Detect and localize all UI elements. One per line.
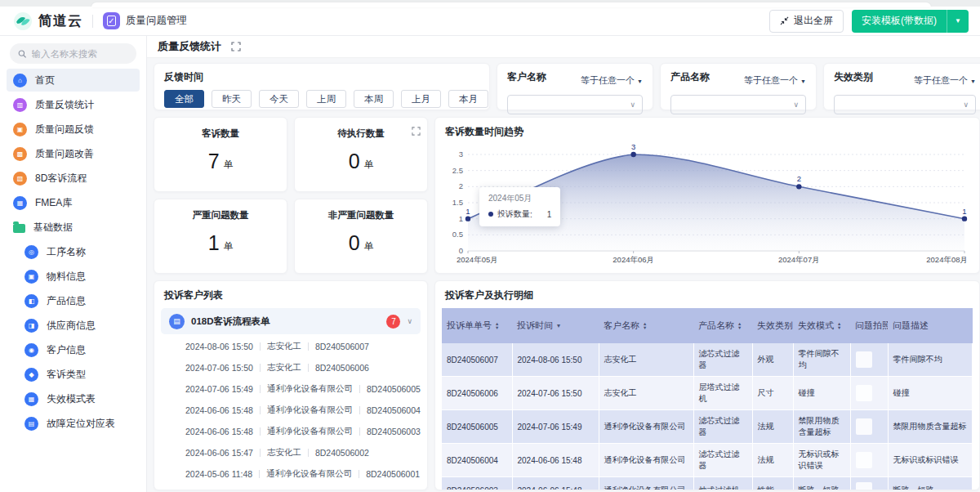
time-filter-全部[interactable]: 全部	[164, 90, 204, 108]
filter-operator[interactable]: 等于任意一个 ▼	[581, 74, 643, 87]
stat-value: 0单	[295, 140, 427, 191]
time-filter-今天[interactable]: 今天	[259, 90, 299, 108]
fullscreen-icon[interactable]	[231, 42, 241, 51]
table-row[interactable]: 8D2405060062024-07-06 15:50志安化工层塔式过滤机尺寸碰…	[442, 377, 973, 410]
sidebar-search[interactable]	[10, 43, 136, 64]
sidebar-item-quality-feedback-stats[interactable]: ▥质量反馈统计	[7, 93, 140, 116]
cell-客户名称: 通利净化设备有限公司	[599, 410, 693, 444]
table-row[interactable]: 8D2405060072024-08-06 15:50志安化工滤芯式过滤器外观零…	[442, 343, 973, 377]
column-label: 投诉单单号	[447, 320, 492, 330]
complaint-list-title: 投诉客户列表	[154, 281, 427, 306]
time-filter-本周[interactable]: 本周	[354, 90, 394, 108]
chevron-down-icon[interactable]: ∨	[407, 317, 412, 325]
column-header-问题拍照[interactable]: 问题拍照	[850, 308, 888, 343]
photo-thumbnail[interactable]	[856, 385, 872, 401]
complaint-list-item[interactable]: 2024-07-06 15:50志安化工8D240506006	[154, 357, 427, 378]
sidebar-item-process-name[interactable]: ◎工序名称	[7, 240, 140, 263]
sidebar-item-complaint-type[interactable]: ◆客诉类型	[7, 363, 140, 386]
sidebar-item-supplier-info[interactable]: ◨供应商信息	[7, 314, 140, 337]
complaint-list-item[interactable]: 2024-08-06 15:50志安化工8D240506007	[154, 336, 427, 357]
cell-产品名称: 滤芯式过滤器	[693, 343, 752, 377]
time-filter-昨天[interactable]: 昨天	[212, 90, 252, 108]
filter-failure-category-select[interactable]: ∨	[834, 95, 976, 114]
column-header-失效类别[interactable]: 失效类别▴▾	[752, 308, 793, 343]
stat-value: 7单	[154, 140, 287, 191]
sidebar-item-failure-mode-table[interactable]: ▦失效模式表	[7, 387, 140, 410]
svg-text:0.5: 0.5	[452, 230, 463, 239]
sidebar-item-home[interactable]: ⌂首页	[7, 69, 140, 92]
sidebar-item-label: 供应商信息	[47, 319, 96, 333]
sidebar-item-quality-issue-feedback[interactable]: ▣质量问题反馈	[7, 118, 140, 141]
complaint-list-item[interactable]: 2024-06-06 15:47志安化工8D240506002	[154, 442, 427, 463]
complaint-date: 2024-06-06 15:48	[185, 405, 253, 415]
sort-desc-icon[interactable]: ▾	[557, 323, 560, 329]
cell-客户名称: 志安化工	[599, 377, 693, 410]
cell-问题拍照	[850, 477, 888, 491]
cell-问题拍照	[850, 377, 888, 410]
cell-失效模式: 碰撞	[793, 377, 850, 410]
sidebar-item-customer-info[interactable]: ◉客户信息	[7, 338, 140, 361]
table-row[interactable]: 8D2405060052024-07-06 15:49通利净化设备有限公司滤芯式…	[442, 410, 973, 444]
install-template-button[interactable]: 安装模板(带数据) ▼	[852, 10, 969, 33]
chevron-down-icon: ▼	[970, 78, 976, 84]
sort-icon[interactable]: ▴▾	[838, 322, 840, 329]
column-header-产品名称[interactable]: 产品名称▴▾	[693, 308, 752, 343]
filter-customer-name-select[interactable]: ∨	[507, 95, 643, 114]
stat-card-非严重问题数量: 非严重问题数量0单	[294, 199, 428, 274]
filter-product-name-select[interactable]: ∨	[670, 95, 806, 114]
time-filter-上月[interactable]: 上月	[401, 90, 441, 108]
sort-icon[interactable]: ▴▾	[738, 322, 741, 329]
column-header-客户名称[interactable]: 客户名称▴▾	[599, 308, 693, 343]
sidebar-menu: ⌂首页▥质量反馈统计▣质量问题反馈▩质量问题改善▧8D客诉流程▦FMEA库基础数…	[0, 69, 146, 435]
table-row[interactable]: 8D2405060042024-06-06 15:48通利净化设备有限公司滤芯式…	[442, 444, 973, 477]
complaint-list-item[interactable]: 2024-06-06 15:48通利净化设备有限公司8D240506003	[154, 421, 427, 442]
fullscreen-icon[interactable]	[412, 124, 421, 139]
svg-text:2024年05月: 2024年05月	[457, 255, 498, 264]
complaint-list-item[interactable]: 2024-07-06 15:49通利净化设备有限公司8D240506005	[154, 378, 427, 400]
filter-operator[interactable]: 等于任意一个 ▼	[914, 74, 976, 87]
complaint-customer: 志安化工	[267, 341, 301, 352]
sidebar-item-fault-location-table[interactable]: ▤故障定位对应表	[7, 412, 140, 435]
sort-icon[interactable]: ▴▾	[496, 322, 498, 329]
complaint-list-item[interactable]: 2024-06-06 15:48通利净化设备有限公司8D240506004	[154, 400, 427, 421]
cell-投诉单单号: 8D240506007	[442, 343, 512, 377]
svg-text:2024年07月: 2024年07月	[778, 255, 820, 264]
column-header-投诉时间[interactable]: 投诉时间▾	[512, 308, 599, 343]
column-header-投诉单单号[interactable]: 投诉单单号▴▾	[442, 308, 512, 343]
time-filter-本月[interactable]: 本月	[448, 90, 488, 108]
photo-thumbnail[interactable]	[856, 452, 872, 468]
sidebar-item-base-data[interactable]: 基础数据	[7, 216, 140, 239]
chevron-down-icon[interactable]: ▼	[947, 17, 969, 25]
sidebar-item-quality-issue-improve[interactable]: ▩质量问题改善	[7, 142, 140, 165]
complaint-list-item[interactable]: 2024-05-06 11:48通利净化设备有限公司8D240506001	[154, 463, 427, 485]
stat-unit: 单	[364, 240, 374, 253]
photo-thumbnail[interactable]	[856, 351, 872, 368]
sidebar-item-8d-complaint-flow[interactable]: ▧8D客诉流程	[7, 167, 140, 190]
exit-fullscreen-button[interactable]: 退出全屏	[769, 10, 844, 33]
app-name: 质量问题管理	[126, 14, 187, 28]
complaint-group-header[interactable]: ▤ 018D客诉流程表单 7 ∨	[161, 308, 421, 334]
sidebar-item-material-info[interactable]: ▣物料信息	[7, 265, 140, 288]
column-label: 问题描述	[893, 320, 929, 330]
complaint-date: 2024-06-06 15:47	[185, 448, 253, 458]
sidebar-item-label: 客诉类型	[47, 368, 86, 382]
cell-失效模式: 无标识或标识错误	[793, 444, 850, 477]
stat-number: 0	[349, 150, 360, 173]
column-header-问题描述[interactable]: 问题描述	[888, 308, 973, 343]
filter-feedback-time-card: 反馈时间 全部昨天今天上周本周上月本月	[154, 63, 490, 110]
table-row[interactable]: 8D2405060032024-06-06 15:48通利净化设备有限公司烛式过…	[442, 477, 973, 491]
filter-operator[interactable]: 等于任意一个 ▼	[744, 74, 806, 87]
separator	[359, 470, 359, 478]
column-header-失效模式[interactable]: 失效模式▴▾	[793, 308, 850, 343]
photo-thumbnail[interactable]	[856, 482, 872, 490]
sort-icon[interactable]: ▴▾	[644, 322, 646, 329]
app-switcher[interactable]: ✓ 质量问题管理	[103, 12, 187, 29]
sidebar-item-product-info[interactable]: ◧产品信息	[7, 289, 140, 312]
cell-问题描述: 碰撞	[888, 377, 973, 410]
search-input[interactable]	[32, 49, 128, 59]
stat-label: 严重问题数量	[154, 199, 287, 221]
sidebar-item-fmea-library[interactable]: ▦FMEA库	[7, 191, 140, 214]
time-filter-上周[interactable]: 上周	[306, 90, 346, 108]
photo-thumbnail[interactable]	[856, 418, 872, 435]
trend-chart-card: 客诉数量时间趋势 00.511.522.53 13212024年05月2024年…	[434, 117, 980, 274]
